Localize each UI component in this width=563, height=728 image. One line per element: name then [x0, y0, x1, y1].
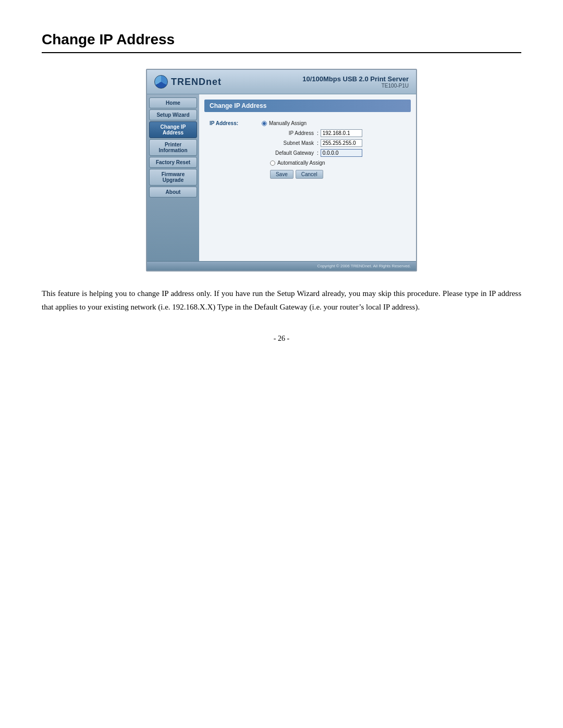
- ip-form-table: IP Address: Manually Assign IP Address :: [204, 117, 411, 182]
- gateway-field-label: Default Gateway: [270, 150, 317, 156]
- subnet-mask-row: Subnet Mask :: [270, 139, 408, 147]
- auto-assign-row: Automatically Assign: [270, 160, 408, 166]
- product-title: 10/100Mbps USB 2.0 Print Server: [302, 75, 409, 83]
- copyright-text: Copyright © 2006 TRENDnet. All Rights Re…: [317, 264, 411, 268]
- router-main: Change IP Address IP Address: Manually A…: [199, 94, 416, 261]
- ip-address-label: IP Address:: [205, 118, 259, 181]
- auto-assign-radio[interactable]: [270, 161, 275, 166]
- description-text: This feature is helping you to change IP…: [42, 287, 521, 314]
- trendnet-logo: TRENDnet: [154, 75, 222, 89]
- router-screenshot: TRENDnet 10/100Mbps USB 2.0 Print Server…: [146, 69, 417, 272]
- subnet-mask-input[interactable]: [321, 139, 362, 147]
- manually-assign-label: Manually Assign: [269, 120, 307, 126]
- form-content: Manually Assign IP Address : Subnet Mask…: [260, 118, 410, 181]
- header-right: 10/100Mbps USB 2.0 Print Server TE100-P1…: [302, 75, 409, 89]
- save-button[interactable]: Save: [270, 170, 293, 179]
- page-title: Change IP Address: [42, 31, 521, 53]
- manually-assign-radio[interactable]: [262, 121, 267, 126]
- btn-row: Save Cancel: [270, 170, 408, 179]
- product-model: TE100-P1U: [302, 83, 409, 89]
- nav-factory-reset[interactable]: Factory Reset: [149, 157, 197, 168]
- default-gateway-input[interactable]: [321, 149, 362, 157]
- router-footer: Copyright © 2006 TRENDnet. All Rights Re…: [147, 261, 416, 270]
- nav-setup-wizard[interactable]: Setup Wizard: [149, 109, 197, 120]
- nav-about[interactable]: About: [149, 187, 197, 198]
- content-header: Change IP Address: [204, 100, 411, 112]
- auto-assign-label: Automatically Assign: [277, 160, 325, 166]
- router-body: Home Setup Wizard Change IP Address Prin…: [147, 94, 416, 261]
- nav-change-ip[interactable]: Change IP Address: [149, 121, 197, 138]
- subnet-sep: :: [317, 140, 319, 146]
- logo-icon: [154, 75, 168, 89]
- ip-address-row: IP Address :: [270, 129, 408, 137]
- ip-address-input[interactable]: [321, 129, 362, 137]
- nav-home[interactable]: Home: [149, 97, 197, 108]
- page-number: - 26 -: [42, 335, 521, 343]
- cancel-button[interactable]: Cancel: [296, 170, 323, 179]
- nav-printer-info[interactable]: Printer Information: [149, 139, 197, 156]
- logo-text: TRENDnet: [171, 77, 222, 88]
- router-header: TRENDnet 10/100Mbps USB 2.0 Print Server…: [147, 70, 416, 94]
- gateway-sep: :: [317, 150, 319, 156]
- router-sidebar: Home Setup Wizard Change IP Address Prin…: [147, 94, 199, 261]
- ip-field-label: IP Address: [270, 130, 317, 136]
- manually-assign-row: Manually Assign: [262, 120, 408, 126]
- ip-sep: :: [317, 130, 319, 136]
- subnet-field-label: Subnet Mask: [270, 140, 317, 146]
- nav-firmware-upgrade[interactable]: Firmware Upgrade: [149, 169, 197, 186]
- default-gateway-row: Default Gateway :: [270, 149, 408, 157]
